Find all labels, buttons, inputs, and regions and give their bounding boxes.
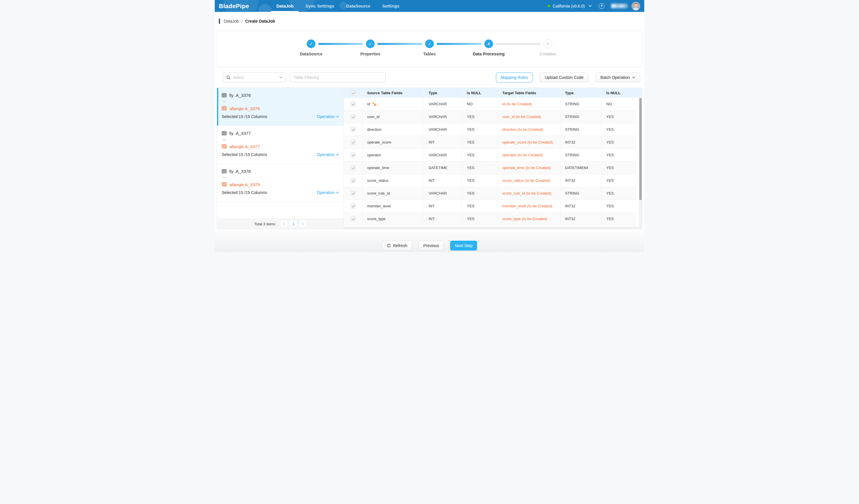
table-row: score_type INT YES score_type (to be Cre… (344, 212, 636, 225)
region-version-label: California (v0.6.0) (553, 4, 585, 9)
target-field-cell: operator (to be Created) (498, 149, 560, 161)
source-isnull-cell: YES (462, 136, 498, 148)
target-field-cell: member_level (to be Created) (498, 200, 560, 212)
target-field-cell: operate_time (to be Created) (498, 161, 560, 174)
nav-tab[interactable]: DataJob (275, 0, 295, 12)
step-label: Data Processing (473, 52, 504, 56)
wizard-step: 5 Creation (544, 40, 552, 48)
wizard-steps-card: ✓ DataSource ✓ Properties ✓ Tables (217, 30, 642, 67)
source-type-cell: INT (424, 200, 462, 212)
target-type-cell: INT32 (560, 174, 602, 187)
chevron-down-icon (222, 137, 339, 142)
source-field-name: id (367, 102, 370, 106)
scrollbar-thumb[interactable] (639, 98, 642, 200)
operation-dropdown[interactable]: Operation (317, 114, 339, 119)
mapping-rules-button[interactable]: Mapping Rules (496, 73, 533, 82)
source-isnull-cell: YES (462, 187, 498, 200)
primary-key-icon (372, 102, 376, 106)
select-dropdown[interactable]: Select (223, 73, 286, 82)
search-icon (226, 75, 230, 79)
table-row: operate_score INT YES operate_score (to … (344, 136, 636, 149)
source-table-icon (222, 93, 227, 97)
avatar[interactable] (632, 2, 640, 11)
step-circle: 5 (544, 40, 552, 48)
source-field-name: user_id (367, 114, 380, 119)
username-redacted (611, 4, 628, 8)
pagination-next-button[interactable] (300, 220, 306, 227)
row-checkbox[interactable] (344, 200, 362, 212)
header-filler (636, 88, 642, 98)
source-table-name: lly .A_3378 (229, 169, 251, 174)
nav-tab[interactable]: Settings (381, 0, 401, 12)
chevron-down-icon[interactable] (589, 5, 592, 7)
row-checkbox[interactable] (344, 212, 362, 225)
table-row: score_status INT YES score_status (to be… (344, 174, 636, 187)
refresh-icon (387, 243, 391, 248)
main-nav: DataJob Sync Settings DataSource Setting… (275, 0, 410, 12)
col-header-target-isnull: Is NULL (602, 88, 636, 98)
target-field-cell: score_rule_id (to be Created) (498, 187, 560, 200)
col-header-isnull: Is NULL (462, 88, 498, 98)
toolbar-buttons: Mapping Rules Upload Custom Code Batch O… (496, 73, 640, 82)
col-header-type: Type (424, 88, 462, 98)
step-connector (318, 43, 363, 45)
refresh-button[interactable]: Refresh (382, 241, 412, 251)
source-table-icon (222, 131, 227, 136)
next-step-button[interactable]: Next Step (450, 241, 477, 251)
row-checkbox[interactable] (344, 174, 362, 187)
row-checkbox[interactable] (344, 161, 362, 174)
table-filtering-input[interactable] (290, 73, 386, 82)
source-type-cell: VARCHAR (424, 98, 462, 110)
row-checkbox[interactable] (344, 110, 362, 123)
row-checkbox[interactable] (344, 187, 362, 200)
chevron-down-icon (222, 99, 339, 105)
row-checkbox[interactable] (344, 149, 362, 161)
step-connector (437, 43, 481, 45)
step-circle: ✓ (366, 40, 375, 48)
target-isnull-cell: YES (602, 136, 636, 148)
step-circle: 4 (484, 40, 493, 48)
col-header-target-type: Type (560, 88, 602, 98)
target-table-add-icon (222, 106, 227, 111)
source-field-name: direction (367, 127, 381, 132)
table-row: operator VARCHAR YES operator (to be Cre… (344, 149, 636, 161)
source-isnull-cell: YES (462, 174, 498, 187)
vertical-scrollbar[interactable] (639, 98, 642, 229)
target-table-name: afanqie A_3378 (229, 182, 260, 187)
pagination-prev-button[interactable] (280, 220, 287, 227)
chevron-down-icon (222, 175, 339, 180)
breadcrumb-parent[interactable]: DataJob (224, 19, 239, 23)
operation-dropdown[interactable]: Operation (317, 190, 339, 195)
batch-operation-button[interactable]: Batch Operation (596, 73, 640, 82)
target-field-cell: user_id (to be Created) (498, 110, 560, 123)
source-table-name: lly .A_3377 (229, 131, 251, 136)
nav-tab[interactable]: Sync Settings (304, 0, 335, 12)
target-type-cell: INT32 (560, 212, 602, 225)
source-field-name: operator (367, 153, 381, 157)
breadcrumb-separator: / (241, 19, 243, 23)
row-checkbox[interactable] (344, 98, 362, 110)
help-icon[interactable]: ? (599, 3, 604, 9)
source-field-name: operate_score (367, 140, 391, 144)
source-type-cell: INT (424, 136, 462, 148)
wizard-footer: Refresh Previous Next Step (215, 229, 644, 252)
breadcrumb-accent-bar (219, 18, 220, 24)
table-pair-item[interactable]: lly .A_3376 afanqie A_3376 Selected 15 /… (217, 88, 344, 126)
nav-tab[interactable]: DataSource (345, 0, 372, 12)
row-checkbox[interactable] (344, 136, 362, 148)
selected-columns-label: Selected 15 /15 Columns (222, 190, 267, 195)
table-pair-item[interactable]: lly .A_3378 afanqie A_3378 Selected 15 /… (217, 164, 344, 202)
operation-dropdown[interactable]: Operation (317, 152, 339, 157)
previous-button[interactable]: Previous (419, 241, 444, 251)
filter-toolbar: Select Mapping Rules Upload Custom Code … (223, 73, 640, 82)
table-pair-item[interactable]: lly .A_3377 afanqie A_3377 Selected 15 /… (217, 126, 344, 164)
upload-custom-code-button[interactable]: Upload Custom Code (540, 73, 589, 82)
step-connector (496, 43, 541, 45)
target-field-cell: direction (to be Created) (498, 123, 560, 136)
pagination-page-1[interactable]: 1 (290, 220, 297, 227)
select-all-checkbox[interactable] (344, 88, 362, 98)
row-checkbox[interactable] (344, 123, 362, 136)
source-isnull-cell: YES (462, 110, 498, 123)
target-isnull-cell: YES (602, 123, 636, 136)
horizontal-scrollbar[interactable] (344, 227, 639, 229)
